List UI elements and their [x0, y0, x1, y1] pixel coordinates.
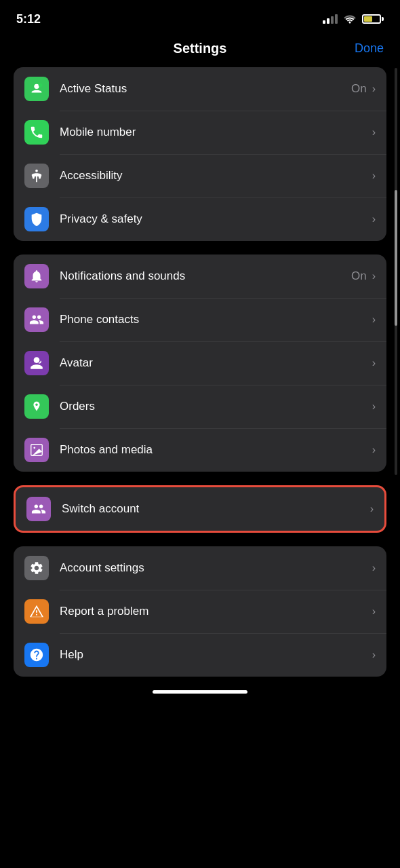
avatar-chevron: ›: [372, 357, 376, 369]
switch-account-icon: [26, 497, 51, 521]
notifications-chevron: ›: [372, 270, 376, 282]
phone-contacts-label: Phone contacts: [60, 313, 372, 326]
page-title: Settings: [174, 41, 227, 56]
photos-media-item[interactable]: Photos and media ›: [14, 428, 386, 472]
battery-icon: [362, 14, 384, 24]
mobile-number-item[interactable]: Mobile number ›: [14, 111, 386, 154]
report-problem-item[interactable]: Report a problem ›: [14, 590, 386, 633]
switch-account-item[interactable]: Switch account ›: [16, 487, 384, 531]
active-status-icon: [24, 77, 49, 101]
photos-media-icon: [24, 438, 49, 462]
privacy-safety-icon: [24, 207, 49, 231]
orders-label: Orders: [60, 400, 372, 413]
report-problem-label: Report a problem: [60, 605, 372, 618]
active-status-value: On: [351, 82, 367, 96]
phone-contacts-icon: [24, 307, 49, 332]
avatar-label: Avatar: [60, 356, 372, 370]
active-status-label: Active Status: [60, 82, 351, 96]
privacy-safety-label: Privacy & safety: [60, 212, 372, 226]
status-time: 5:12: [16, 12, 41, 26]
orders-chevron: ›: [372, 400, 376, 413]
scrollbar-thumb[interactable]: [395, 190, 397, 326]
orders-icon: [24, 394, 49, 419]
report-problem-chevron: ›: [372, 605, 376, 618]
notifications-sounds-label: Notifications and sounds: [60, 269, 351, 283]
switch-account-chevron: ›: [370, 503, 374, 515]
svg-point-1: [39, 83, 43, 88]
settings-group-3: Switch account ›: [14, 485, 386, 533]
photos-media-chevron: ›: [372, 444, 376, 456]
help-label: Help: [60, 648, 372, 662]
orders-item[interactable]: Orders ›: [14, 385, 386, 428]
accessibility-icon: [24, 164, 49, 188]
svg-point-4: [33, 447, 35, 449]
header: Settings Done: [0, 34, 400, 67]
notifications-sounds-icon: [24, 264, 49, 288]
svg-point-2: [35, 170, 38, 172]
wifi-icon: [343, 14, 357, 24]
report-problem-icon: [24, 599, 49, 624]
notifications-value: On: [351, 269, 367, 283]
home-bar: [153, 690, 247, 694]
mobile-number-icon: [24, 120, 49, 145]
switch-account-label: Switch account: [62, 502, 370, 516]
help-icon: [24, 643, 49, 667]
settings-group-1: Active Status On › Mobile number › Acces…: [14, 67, 386, 241]
status-bar: 5:12: [0, 0, 400, 34]
account-settings-chevron: ›: [372, 562, 376, 574]
active-status-item[interactable]: Active Status On ›: [14, 67, 386, 111]
phone-contacts-chevron: ›: [372, 314, 376, 326]
active-status-chevron: ›: [372, 83, 376, 95]
home-indicator: [0, 677, 400, 700]
accessibility-label: Accessibility: [60, 169, 372, 183]
help-chevron: ›: [372, 649, 376, 661]
phone-contacts-item[interactable]: Phone contacts ›: [14, 298, 386, 341]
mobile-number-chevron: ›: [372, 126, 376, 138]
status-icons: [323, 14, 384, 24]
avatar-icon: [24, 351, 49, 375]
mobile-number-label: Mobile number: [60, 126, 372, 139]
settings-group-4: Account settings › Report a problem › He…: [14, 546, 386, 677]
settings-content: Active Status On › Mobile number › Acces…: [0, 67, 400, 677]
accessibility-item[interactable]: Accessibility ›: [14, 154, 386, 197]
account-settings-label: Account settings: [60, 561, 372, 575]
accessibility-chevron: ›: [372, 170, 376, 182]
scrollbar-track: [395, 68, 397, 475]
account-settings-item[interactable]: Account settings ›: [14, 546, 386, 590]
privacy-safety-chevron: ›: [372, 213, 376, 225]
account-settings-icon: [24, 556, 49, 580]
photos-media-label: Photos and media: [60, 443, 372, 457]
svg-point-0: [34, 84, 39, 89]
help-item[interactable]: Help ›: [14, 633, 386, 677]
settings-group-2: Notifications and sounds On › Phone cont…: [14, 254, 386, 472]
done-button[interactable]: Done: [355, 41, 384, 56]
signal-icon: [323, 14, 338, 24]
privacy-safety-item[interactable]: Privacy & safety ›: [14, 197, 386, 241]
avatar-item[interactable]: Avatar ›: [14, 341, 386, 385]
notifications-sounds-item[interactable]: Notifications and sounds On ›: [14, 254, 386, 298]
